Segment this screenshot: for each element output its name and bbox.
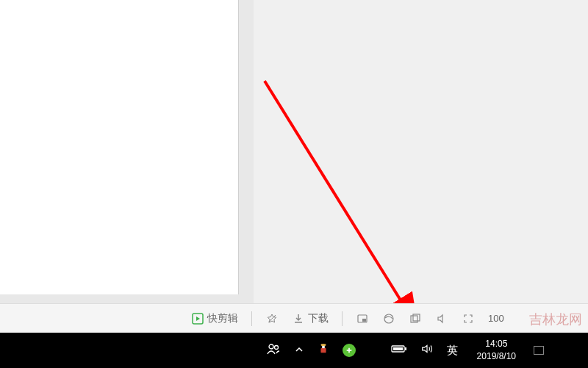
speaker-button[interactable] [420,342,434,358]
notification-icon [534,346,544,355]
taskbar-clock[interactable]: 14:05 2019/8/10 [477,338,516,363]
pip-icon [356,312,369,325]
speaker-icon [420,342,434,358]
clock-date: 2019/8/10 [477,350,516,363]
volume-icon [435,312,448,325]
tray-app-icon [318,343,329,358]
battery-icon [391,344,407,357]
favorite-button[interactable] [265,312,279,325]
svg-point-10 [269,344,273,349]
360-safe-icon [343,344,356,357]
download-icon [292,312,305,325]
quick-edit-button[interactable]: 快剪辑 [191,312,238,325]
svg-marker-3 [196,316,200,321]
svg-rect-19 [405,347,406,350]
svg-rect-13 [322,346,325,349]
svg-point-7 [384,314,393,323]
battery-button[interactable] [391,344,407,357]
svg-rect-12 [320,348,326,353]
svg-rect-6 [362,319,366,322]
right-panel [254,0,588,309]
toolbar-separator [342,311,343,326]
windows-icon [409,312,422,325]
fullscreen-icon [462,312,475,325]
ime-indicator[interactable]: 英 [447,344,458,358]
volume-button[interactable] [435,312,448,325]
people-icon [266,342,281,359]
play-icon [191,312,204,325]
sidebar-panel [0,0,239,294]
chevron-up-icon [294,344,304,357]
zoom-level[interactable]: 100 [488,313,504,324]
ime-label: 英 [447,344,458,358]
svg-point-14 [320,344,326,346]
svg-rect-8 [411,316,417,322]
svg-rect-18 [393,347,403,350]
svg-point-11 [274,346,278,350]
windows-taskbar: 英 14:05 2019/8/10 [0,333,588,368]
quick-edit-label: 快剪辑 [207,312,238,325]
download-label: 下载 [308,312,329,325]
favorite-icon [265,312,279,325]
edge-icon [382,312,395,325]
tray-app-button[interactable] [318,343,329,358]
clock-time: 14:05 [485,338,507,350]
show-hidden-icons[interactable] [294,344,304,357]
browser-status-bar: 快剪辑 下载 100 [0,303,588,333]
windows-button[interactable] [409,312,422,325]
svg-rect-9 [413,314,420,321]
action-center-button[interactable] [529,346,544,355]
download-button[interactable]: 下载 [292,312,329,325]
fullscreen-button[interactable] [462,312,475,325]
content-area [0,0,588,309]
360-safe-button[interactable] [343,344,356,357]
pip-button[interactable] [356,312,369,325]
browser-icon-button[interactable] [382,312,395,325]
toolbar-separator [251,311,252,326]
people-button[interactable] [266,342,281,359]
